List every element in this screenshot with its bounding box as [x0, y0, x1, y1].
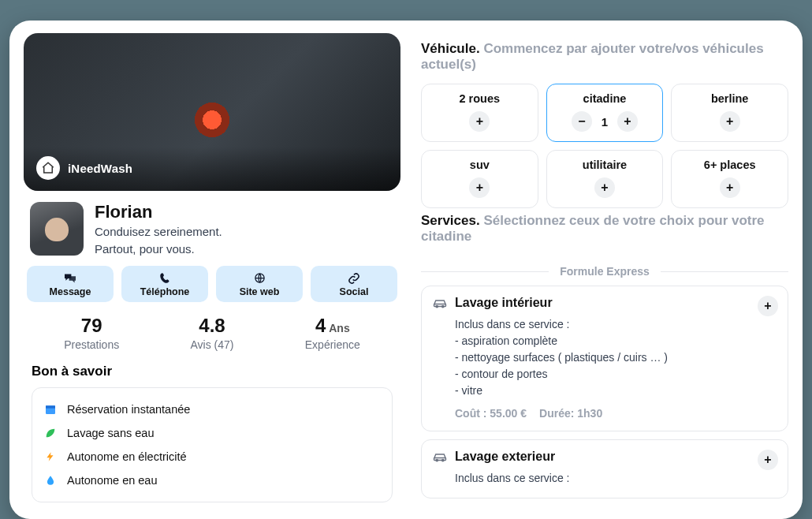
car-icon — [433, 297, 447, 312]
service-duration: Durée: 1h30 — [539, 407, 602, 420]
vehicle-label: suv — [428, 159, 531, 171]
stats-row: 79 Prestations 4.8 Avis (47) 4Ans Expéri… — [24, 302, 400, 359]
contact-row: Message Téléphone Site web Social — [24, 266, 400, 302]
stat-rating-num: 4.8 — [190, 315, 233, 337]
profile-line1: Conduisez sereinement. — [95, 224, 222, 240]
vehicle-6places[interactable]: 6+ places + — [671, 150, 788, 208]
minus-button[interactable]: − — [572, 111, 592, 132]
bolt-icon — [43, 450, 58, 464]
service-body: Inclus dans ce service : — [455, 470, 777, 487]
vehicle-label: citadine — [553, 92, 657, 105]
service-add-button[interactable]: + — [758, 450, 778, 470]
gtk-item-label: Réservation instantanée — [67, 403, 190, 416]
profile-row: Florian Conduisez sereinement. Partout, … — [24, 191, 400, 266]
contact-phone-label: Téléphone — [125, 286, 205, 297]
calendar-icon — [43, 402, 58, 416]
leaf-icon — [43, 426, 58, 440]
contact-message-label: Message — [30, 286, 110, 297]
formula-label: Formule Express — [560, 265, 650, 278]
plus-button[interactable]: + — [720, 111, 740, 132]
globe-icon — [219, 272, 300, 285]
vehicle-citadine[interactable]: citadine − 1 + — [546, 84, 664, 142]
service-line: - contour de portes — [455, 366, 777, 383]
service-lavage-interieur[interactable]: Lavage intérieur + Inclus dans ce servic… — [421, 286, 788, 431]
profile-text: Florian Conduisez sereinement. Partout, … — [95, 202, 222, 258]
right-column: Véhicule. Commencez par ajouter votre/vo… — [421, 33, 788, 506]
gtk-title: Bon à savoir — [32, 364, 393, 379]
stat-rating: 4.8 Avis (47) — [190, 315, 233, 351]
contact-social-button[interactable]: Social — [311, 266, 397, 302]
brand-home-icon — [36, 156, 60, 180]
vehicle-section-head: Véhicule. Commencez par ajouter votre/vo… — [421, 41, 788, 73]
droplet-icon — [43, 473, 58, 487]
good-to-know: Bon à savoir Réservation instantanée Lav… — [24, 359, 400, 502]
service-title: Lavage intérieur — [455, 296, 553, 310]
formula-divider: Formule Express — [421, 265, 788, 278]
brand-label: iNeedWash — [68, 162, 132, 175]
stat-prestations: 79 Prestations — [64, 315, 119, 351]
profile-name: Florian — [95, 202, 222, 222]
vehicle-label: berline — [678, 92, 781, 105]
plus-button[interactable]: + — [617, 111, 638, 132]
phone-icon — [125, 272, 205, 285]
gtk-item-label: Autonome en eau — [67, 474, 157, 487]
service-cost: Coût : 55.00 € — [455, 407, 527, 420]
service-line: - vitre — [455, 383, 777, 399]
gtk-item-waterless: Lavage sans eau — [43, 421, 381, 445]
vehicle-2roues[interactable]: 2 roues + — [421, 84, 538, 142]
left-column: iNeedWash Florian Conduisez sereinement.… — [24, 33, 400, 506]
vehicle-label: utilitaire — [553, 159, 657, 171]
stat-experience: 4Ans Expérience — [305, 315, 360, 351]
stat-rating-label: Avis (47) — [190, 338, 233, 351]
plus-button[interactable]: + — [720, 177, 740, 198]
car-icon — [433, 451, 447, 465]
vehicle-qty: 1 — [600, 115, 609, 129]
vehicle-title: Véhicule. — [421, 41, 480, 56]
vehicle-suv[interactable]: suv + — [421, 150, 538, 208]
gtk-item-water: Autonome en eau — [43, 469, 381, 492]
service-title: Lavage exterieur — [455, 450, 555, 464]
svg-rect-2 — [46, 405, 55, 408]
vehicle-label: 2 roues — [428, 92, 531, 105]
stat-prestations-num: 79 — [64, 315, 119, 337]
service-inclus: Inclus dans ce service : — [455, 316, 777, 333]
gtk-card: Réservation instantanée Lavage sans eau … — [32, 387, 393, 502]
service-footer: Coût : 55.00 € Durée: 1h30 — [455, 407, 777, 420]
service-add-button[interactable]: + — [758, 296, 778, 316]
link-icon — [314, 272, 394, 285]
stat-exp-unit: Ans — [329, 322, 349, 334]
services-section-head: Services. Sélectionnez ceux de votre cho… — [421, 213, 788, 245]
avatar — [30, 202, 84, 256]
service-line: - aspiration complète — [455, 333, 777, 349]
service-inclus: Inclus dans ce service : — [455, 470, 777, 487]
vehicle-grid: 2 roues + citadine − 1 + berline + suv + — [421, 84, 788, 208]
stat-exp-num: 4 — [315, 315, 326, 336]
plus-button[interactable]: + — [594, 177, 615, 198]
brand-row: iNeedWash — [36, 156, 132, 180]
vehicle-utilitaire[interactable]: utilitaire + — [546, 150, 664, 208]
contact-web-label: Site web — [219, 286, 300, 297]
gtk-item-electricity: Autonome en électricité — [43, 445, 381, 469]
stat-prestations-label: Prestations — [64, 338, 119, 351]
service-body: Inclus dans ce service : - aspiration co… — [455, 316, 777, 399]
app-card: iNeedWash Florian Conduisez sereinement.… — [9, 21, 803, 519]
profile-line2: Partout, pour vous. — [95, 241, 222, 257]
plus-button[interactable]: + — [469, 111, 490, 132]
contact-message-button[interactable]: Message — [27, 266, 114, 302]
message-icon — [30, 272, 110, 285]
contact-web-button[interactable]: Site web — [216, 266, 303, 302]
service-line: - nettoyage surfaces ( plastiques / cuir… — [455, 349, 777, 366]
contact-phone-button[interactable]: Téléphone — [121, 266, 208, 302]
gtk-item-label: Autonome en électricité — [67, 450, 187, 463]
vehicle-berline[interactable]: berline + — [671, 84, 788, 142]
service-lavage-exterieur[interactable]: Lavage exterieur + Inclus dans ce servic… — [421, 439, 788, 498]
services-title: Services. — [421, 213, 480, 228]
gtk-item-reservation: Réservation instantanée — [43, 398, 381, 421]
hero-image: iNeedWash — [24, 33, 400, 191]
contact-social-label: Social — [314, 286, 394, 297]
gtk-item-label: Lavage sans eau — [67, 427, 154, 439]
vehicle-label: 6+ places — [678, 159, 781, 171]
stat-exp-label: Expérience — [305, 338, 360, 351]
plus-button[interactable]: + — [469, 177, 490, 198]
